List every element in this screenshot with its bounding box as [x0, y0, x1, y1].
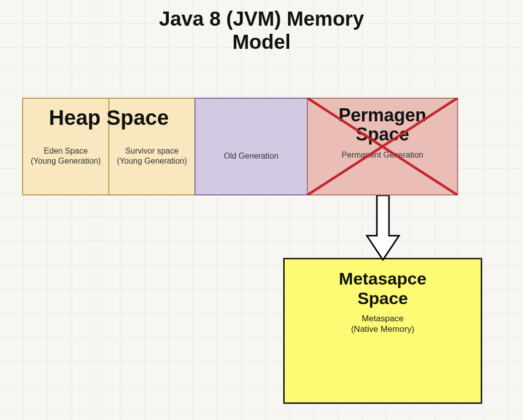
- permgen-title: Permagen Space: [307, 106, 458, 144]
- eden-space-label: Eden Space (Young Generation): [22, 146, 109, 166]
- permgen-title-line-1: Permagen: [339, 105, 426, 125]
- metaspace-sub-line-1: Metaspace: [362, 314, 404, 323]
- old-generation-box: [194, 98, 308, 195]
- arrow-down-icon: [363, 195, 403, 261]
- diagram-title: Java 8 (JVM) Memory Model: [0, 7, 523, 53]
- permgen-sublabel: Permanent Generation: [307, 150, 458, 160]
- old-generation-label: Old Generation: [194, 151, 308, 161]
- eden-line-1: Eden Space: [44, 147, 88, 155]
- metaspace-title: Metasapce Space: [283, 269, 482, 308]
- title-line-1: Java 8 (JVM) Memory: [159, 8, 364, 30]
- eden-line-2: (Young Generation): [31, 157, 101, 165]
- title-line-2: Model: [232, 31, 291, 53]
- metaspace-title-line-2: Space: [357, 289, 408, 308]
- metaspace-sublabel: Metaspace (Native Memory): [283, 313, 482, 335]
- metaspace-sub-line-2: (Native Memory): [351, 324, 415, 334]
- permgen-title-line-2: Space: [356, 124, 409, 145]
- metaspace-title-line-1: Metasapce: [339, 269, 427, 288]
- survivor-space-label: Survivor space (Young Generation): [108, 146, 195, 166]
- survivor-line-2: (Young Generation): [117, 157, 187, 165]
- survivor-line-1: Survivor space: [125, 147, 179, 155]
